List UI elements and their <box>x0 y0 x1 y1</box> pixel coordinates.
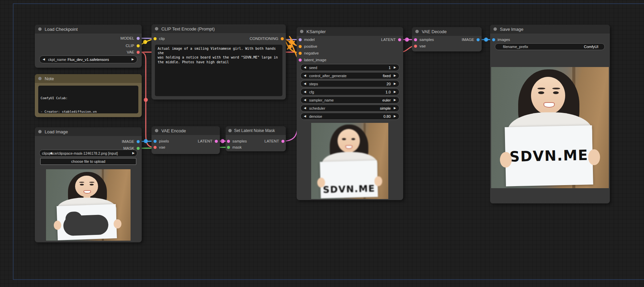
port-vae-input[interactable] <box>154 146 157 149</box>
port-samples-input[interactable] <box>414 38 417 41</box>
node-load-image[interactable]: Load Image IMAGE MASK ◀ clipspace/clipsp… <box>35 127 142 242</box>
node-titlebar[interactable]: Note <box>35 74 142 83</box>
node-titlebar[interactable]: Load Checkpoint <box>35 25 142 34</box>
widget-name: denoise <box>309 114 322 118</box>
node-set-latent-noise-mask[interactable]: Set Latent Noise Mask samples mask LATEN… <box>226 126 286 151</box>
right-arrow-icon[interactable]: ▶ <box>394 82 396 85</box>
port-latent-output[interactable] <box>398 38 401 41</box>
brow <box>552 88 560 89</box>
port-label: negative <box>304 51 319 55</box>
port-mask-input[interactable] <box>227 146 230 149</box>
node-vae-decode[interactable]: VAE Decode samples vae IMAGE <box>412 27 482 51</box>
node-titlebar[interactable]: CLIP Text Encode (Prompt) <box>152 24 286 33</box>
port-conditioning-output[interactable] <box>281 37 284 40</box>
control-after-generate-widget[interactable]: ◀ control_after_generate fixed ▶ <box>300 72 399 79</box>
port-model-input[interactable] <box>299 38 302 41</box>
right-arrow-icon[interactable]: ▶ <box>394 115 396 118</box>
node-titlebar[interactable]: KSampler <box>297 27 403 36</box>
left-arrow-icon[interactable]: ◀ <box>304 115 306 118</box>
node-titlebar[interactable]: VAE Decode <box>412 27 482 36</box>
ckpt-name-widget[interactable]: ◀ ckpt_name Flux_dev_v1.safetensors ▶ <box>39 56 137 63</box>
port-negative-input[interactable] <box>299 52 302 55</box>
left-arrow-icon[interactable]: ◀ <box>304 66 306 69</box>
comfyui-canvas[interactable]: Load Checkpoint MODEL CLIP VAE ◀ ckpt_na… <box>0 0 644 287</box>
eye <box>342 138 346 140</box>
widget-value: euler <box>383 98 391 102</box>
node-titlebar[interactable]: VAE Encode <box>152 126 220 135</box>
port-mask-output[interactable] <box>137 147 140 150</box>
node-status-dot <box>493 27 497 31</box>
filename-prefix-widget[interactable]: filename_prefix ComfyUI <box>495 43 605 50</box>
node-load-checkpoint[interactable]: Load Checkpoint MODEL CLIP VAE ◀ ckpt_na… <box>35 25 142 68</box>
reroute-dot-image-2[interactable] <box>484 38 488 42</box>
port-image-output[interactable] <box>477 38 480 41</box>
reroute-dot-conditioning-1[interactable] <box>289 40 293 44</box>
widget-name: control_after_generate <box>309 74 347 78</box>
port-latent-output[interactable] <box>281 140 284 143</box>
port-pixels-input[interactable] <box>154 140 157 143</box>
note-text-area[interactable]: ComfyUI Colab: - Creator: stablediffusio… <box>38 86 138 113</box>
left-arrow-icon[interactable]: ◀ <box>304 82 306 85</box>
sampler-name-widget[interactable]: ◀ sampler_name euler ▶ <box>300 96 399 104</box>
scheduler-widget[interactable]: ◀ scheduler simple ▶ <box>300 105 399 112</box>
port-vae-output[interactable] <box>137 51 140 54</box>
right-arrow-icon[interactable]: ▶ <box>394 107 396 110</box>
node-ksampler[interactable]: KSampler model positive negative latent_… <box>297 27 403 200</box>
node-clip-text-encode[interactable]: CLIP Text Encode (Prompt) clip CONDITION… <box>152 24 286 100</box>
left-arrow-icon[interactable]: ◀ <box>304 74 306 77</box>
reroute-dot-vae[interactable] <box>144 98 148 102</box>
right-arrow-icon[interactable]: ▶ <box>394 90 396 93</box>
reroute-dot-image[interactable] <box>144 139 148 143</box>
port-latent-image-input[interactable] <box>299 59 302 62</box>
reroute-dot-conditioning-2[interactable] <box>288 45 292 49</box>
node-titlebar[interactable]: Set Latent Noise Mask <box>226 126 286 135</box>
board-text: SDVN.ME <box>505 126 593 187</box>
left-arrow-icon[interactable]: ◀ <box>304 90 306 93</box>
port-model-output[interactable] <box>137 37 140 40</box>
left-arrow-icon[interactable]: ◀ <box>43 58 45 61</box>
prompt-text-area[interactable]: Actual image of a smiling Vietnamese gir… <box>155 45 282 96</box>
reroute-dot-latent-2[interactable] <box>405 38 409 42</box>
node-titlebar[interactable]: Load Image <box>35 127 142 136</box>
port-label: positive <box>304 44 317 48</box>
node-status-dot <box>415 30 419 33</box>
node-note[interactable]: Note ComfyUI Colab: - Creator: stabledif… <box>35 74 142 117</box>
right-arrow-icon[interactable]: ▶ <box>394 74 396 77</box>
port-positive-input[interactable] <box>299 45 302 48</box>
port-label: model <box>304 38 315 42</box>
port-samples-input[interactable] <box>227 140 230 143</box>
port-label: images <box>498 38 510 42</box>
seed-widget[interactable]: ◀ seed 1 ▶ <box>300 64 399 71</box>
port-latent-output[interactable] <box>215 140 218 143</box>
right-arrow-icon[interactable]: ▶ <box>132 58 134 61</box>
node-save-image[interactable]: Save Image images filename_prefix ComfyU… <box>490 25 610 203</box>
widget-value: clipspace/clipspace-mask-1246178.2.png [… <box>42 151 118 155</box>
reroute-dot-clip[interactable] <box>143 40 147 44</box>
port-label: clip <box>159 37 165 41</box>
right-arrow-icon[interactable]: ▶ <box>394 66 396 69</box>
node-vae-encode[interactable]: VAE Encode pixels vae LATENT <box>152 126 220 154</box>
right-arrow-icon[interactable]: ▶ <box>394 98 396 102</box>
widget-value: 0.80 <box>384 114 391 118</box>
denoise-widget[interactable]: ◀ denoise 0.80 ▶ <box>300 113 399 120</box>
left-arrow-icon[interactable]: ◀ <box>304 98 306 102</box>
brow <box>89 182 94 183</box>
left-arrow-icon[interactable]: ◀ <box>304 107 306 110</box>
image-file-combo[interactable]: ◀ clipspace/clipspace-mask-1246178.2.png… <box>39 150 137 157</box>
steps-widget[interactable]: ◀ steps 20 ▶ <box>300 80 399 87</box>
port-label: LATENT <box>264 139 279 143</box>
node-title: KSampler <box>306 29 326 34</box>
port-images-input[interactable] <box>492 38 495 41</box>
port-clip-output[interactable] <box>137 44 140 47</box>
cfg-widget[interactable]: ◀ cfg 1.0 ▶ <box>300 88 399 95</box>
port-clip-input[interactable] <box>154 37 157 40</box>
port-vae-input[interactable] <box>414 45 417 48</box>
port-image-output[interactable] <box>137 140 140 143</box>
node-titlebar[interactable]: Save Image <box>490 25 610 34</box>
hand <box>114 219 121 228</box>
widget-name: cfg <box>309 90 314 94</box>
right-arrow-icon[interactable]: ▶ <box>132 152 135 155</box>
choose-file-button[interactable]: choose file to upload <box>40 158 136 165</box>
note-line: ComfyUI Colab: <box>41 96 136 101</box>
reroute-dot-latent-1[interactable] <box>221 139 225 143</box>
